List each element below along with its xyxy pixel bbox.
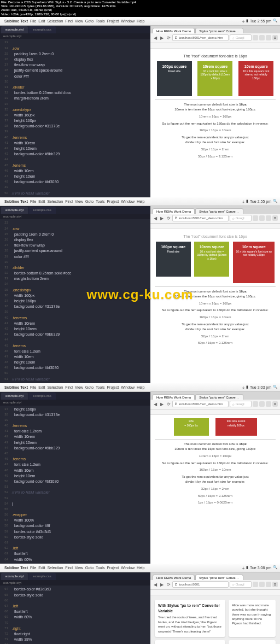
ext-icon[interactable]: [253, 35, 258, 40]
card-stylus-converter: With Stylus "px to rem" Converter Variab…: [155, 600, 225, 637]
code-area[interactable]: 6465666768697071727374757677787980818283…: [0, 586, 150, 644]
menu-find[interactable]: Find: [65, 19, 73, 23]
card-side-1: Alice was more and more puzzled, but she…: [229, 600, 276, 637]
menu-file[interactable]: File: [30, 19, 36, 23]
sublime-editor[interactable]: example.stylexample.css example.styl 646…: [0, 572, 150, 644]
menu-icon[interactable]: ≡: [272, 35, 278, 40]
chrome-browser: How REMs Work DemoStylus "px to rem" Con…: [150, 572, 280, 644]
ext-icon[interactable]: [259, 35, 265, 40]
back-icon[interactable]: ◀: [153, 582, 158, 587]
editor-tabs: example.styl example.css: [0, 26, 150, 33]
editor-tab-active[interactable]: example.styl: [1, 26, 28, 33]
ext-icon[interactable]: [266, 35, 271, 40]
url-bar[interactable]: 🗋 localhost:8001/rem_demo.htm: [172, 34, 229, 41]
mac-menubar: Sublime Text File Edit Selection Find Vi…: [0, 564, 280, 572]
menu-tools[interactable]: Tools: [96, 19, 104, 23]
square-10rem: 10rem square10 x root font size = 160px …: [197, 61, 232, 96]
reload-icon[interactable]: ⟳: [166, 582, 171, 587]
code-area[interactable]: 2324252627282930313233343536373839404142…: [0, 39, 150, 197]
mac-menubar: Sublime Text File Edit Selection Find Vi…: [0, 383, 280, 392]
sublime-editor[interactable]: example.stylexample.css example.styl 232…: [0, 206, 150, 383]
sublime-editor[interactable]: example.stylexample.css example.styl 373…: [0, 392, 150, 564]
chrome-tab-1[interactable]: How REMs Work Demo: [153, 28, 195, 33]
card-fixed-px: Fixed px dimensions 'I've tried the root…: [155, 640, 225, 644]
reload-icon[interactable]: ⟳: [166, 401, 171, 407]
menu-project[interactable]: Project: [107, 19, 119, 23]
chrome-toolbar: ◀ ▶ ⟳ 🗋 localhost:8001/rem_demo.htm ☆ Go…: [150, 33, 280, 43]
page-content[interactable]: The "root" document font-size is 16px 16…: [150, 49, 280, 197]
back-icon[interactable]: ◀: [153, 215, 158, 221]
menu-window[interactable]: Window: [121, 19, 135, 23]
forward-icon[interactable]: ▶: [159, 582, 165, 587]
page-content[interactable]: size= 160px by font size so notreliably …: [150, 415, 280, 564]
chrome-tab-2[interactable]: Stylus "px to rem" Convert...: [195, 28, 243, 33]
chrome-browser: How REMs Work DemoStylus "px to rem" Con…: [150, 392, 280, 564]
extension-icons: ≡: [253, 35, 278, 40]
page-content[interactable]: The "root" document font-size is 16px 16…: [150, 229, 280, 383]
editor-path-bar: example.styl: [0, 33, 150, 39]
menu-help[interactable]: Help: [137, 19, 144, 23]
chrome-tabs: How REMs Work Demo Stylus "px to rem" Co…: [150, 26, 280, 33]
reload-icon[interactable]: ⟳: [166, 35, 171, 40]
battery-icon[interactable]: ▮: [246, 19, 248, 23]
code-area[interactable]: 2324252627282930313233343536373839404142…: [0, 219, 150, 383]
forward-icon[interactable]: ▶: [159, 401, 165, 407]
square-10em-partial: font size so notreliably 160px: [215, 418, 257, 436]
spotlight-icon[interactable]: 🔍: [273, 19, 278, 23]
forward-icon[interactable]: ▶: [159, 215, 165, 221]
back-icon[interactable]: ◀: [153, 401, 158, 407]
menu-selection[interactable]: Selection: [47, 19, 63, 23]
reload-icon[interactable]: ⟳: [166, 215, 171, 221]
omnibox-search[interactable]: ☆ Googl: [230, 34, 252, 41]
explanation-text: The most common default font size is 16p…: [155, 102, 276, 159]
bookmarks-bar[interactable]: [150, 43, 280, 49]
square-10rem-partial: size= 160px by: [174, 418, 209, 436]
page-content-cards[interactable]: With Stylus "px to rem" Converter Variab…: [150, 595, 280, 644]
editor-tab-inactive[interactable]: example.css: [28, 26, 55, 33]
chrome-browser: How REMs Work Demo Stylus "px to rem" Co…: [150, 26, 280, 197]
back-icon[interactable]: ◀: [153, 35, 158, 40]
mac-menubar: Sublime Text File Edit Selection Find Vi…: [0, 17, 280, 26]
app-name[interactable]: Sublime Text: [4, 19, 28, 23]
sublime-editor[interactable]: example.styl example.css example.styl 23…: [0, 26, 150, 197]
clock[interactable]: Tue 2:55 pm: [250, 19, 271, 23]
divider: [155, 99, 276, 100]
square-10em: 10em square10 x this square's font size …: [238, 61, 273, 96]
demo-squares: 160px squareFixed size 10rem square10 x …: [155, 61, 276, 96]
chrome-browser: How REMs Work DemoStylus "px to rem" Con…: [150, 206, 280, 383]
forward-icon[interactable]: ▶: [159, 35, 165, 40]
menu-edit[interactable]: Edit: [38, 19, 45, 23]
intro-text: The "root" document font-size is 16px: [155, 54, 276, 58]
page-icon: 🗋: [174, 36, 178, 39]
video-file-metadata: File: Become a CSS Superhero With Stylus…: [0, 0, 280, 17]
code-area[interactable]: 3738394041424344454647484950515253545556…: [0, 406, 150, 564]
mac-menubar: Sublime Text File Edit Selection Find Vi…: [0, 197, 280, 206]
square-160px: 160px squareFixed size: [157, 61, 192, 96]
menu-goto[interactable]: Goto: [85, 19, 94, 23]
app-name[interactable]: Sublime Text: [4, 200, 28, 203]
card-side-2: Alice was more and more puzzled, but she…: [229, 640, 276, 644]
menu-view[interactable]: View: [75, 19, 83, 23]
wifi-icon[interactable]: ⏚: [242, 19, 244, 23]
